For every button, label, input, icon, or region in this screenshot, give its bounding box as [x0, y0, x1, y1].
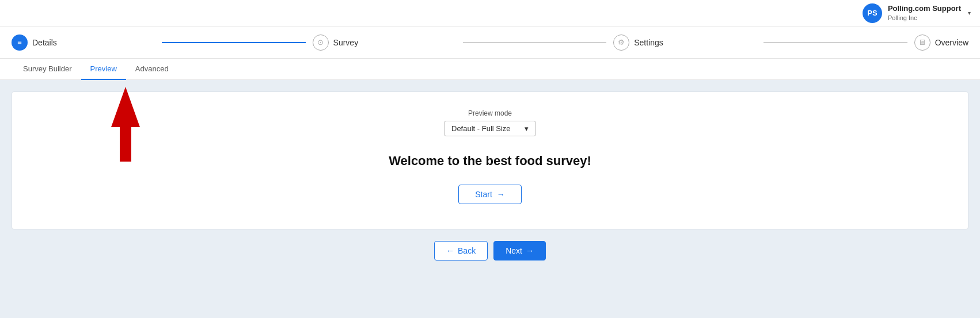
step-settings-label: Settings — [634, 38, 663, 47]
tab-advanced[interactable]: Advanced — [126, 59, 178, 80]
step-details-icon: ≡ — [12, 35, 28, 51]
step-survey-icon: ⊙ — [313, 35, 329, 51]
step-overview-icon: 🖥 — [914, 35, 930, 51]
preview-mode-label: Preview mode — [468, 109, 512, 117]
user-company: Polling Inc — [888, 14, 961, 22]
step-settings[interactable]: ⚙ Settings — [613, 35, 757, 51]
sub-tabs-bar: Survey Builder Preview Advanced — [0, 59, 980, 80]
step-line-1 — [162, 42, 305, 43]
step-line-3 — [764, 42, 907, 43]
top-bar: PS Polling.com Support Polling Inc ▾ — [0, 0, 980, 26]
step-line-2 — [463, 42, 606, 43]
back-button-label: Back — [458, 246, 476, 255]
user-name: Polling.com Support — [888, 4, 961, 14]
tab-preview[interactable]: Preview — [81, 59, 126, 80]
user-text: Polling.com Support Polling Inc — [888, 4, 961, 22]
next-button-label: Next — [506, 246, 522, 255]
step-overview[interactable]: 🖥 Overview — [914, 35, 968, 51]
next-arrow-icon: → — [526, 246, 534, 255]
preview-container: Preview mode Default - Full Size ▾ Welco… — [12, 91, 968, 229]
tab-survey-builder[interactable]: Survey Builder — [14, 59, 81, 80]
content-wrapper: Preview mode Default - Full Size ▾ Welco… — [12, 91, 968, 260]
chevron-down-icon: ▾ — [968, 10, 971, 16]
start-button[interactable]: Start → — [458, 185, 522, 204]
preview-mode-section: Preview mode Default - Full Size ▾ — [24, 109, 956, 136]
preview-mode-value: Default - Full Size — [451, 124, 511, 133]
start-arrow-icon: → — [497, 190, 505, 199]
back-arrow-icon: ← — [446, 246, 454, 255]
back-button[interactable]: ← Back — [434, 241, 488, 260]
step-navigation: ≡ Details ⊙ Survey ⚙ Settings 🖥 Overview — [0, 26, 980, 59]
next-button[interactable]: Next → — [493, 241, 546, 260]
preview-mode-select[interactable]: Default - Full Size ▾ — [444, 121, 536, 136]
step-survey[interactable]: ⊙ Survey — [313, 35, 456, 51]
avatar: PS — [863, 3, 882, 23]
step-settings-icon: ⚙ — [613, 35, 629, 51]
step-details-label: Details — [32, 38, 57, 47]
user-menu[interactable]: PS Polling.com Support Polling Inc ▾ — [863, 3, 971, 23]
main-content: Preview mode Default - Full Size ▾ Welco… — [0, 80, 980, 260]
step-survey-label: Survey — [333, 38, 359, 47]
navigation-buttons: ← Back Next → — [12, 241, 968, 260]
step-details[interactable]: ≡ Details — [12, 35, 155, 51]
step-overview-label: Overview — [935, 38, 968, 47]
survey-title: Welcome to the best food survey! — [389, 154, 591, 168]
start-button-label: Start — [475, 190, 492, 199]
select-chevron-icon: ▾ — [525, 124, 529, 133]
